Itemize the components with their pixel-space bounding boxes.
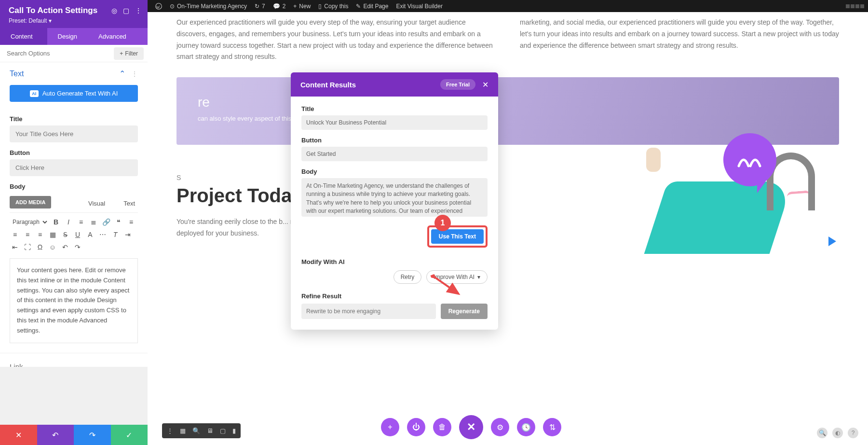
title-input[interactable] bbox=[10, 125, 138, 142]
tab-advanced[interactable]: Advanced bbox=[88, 28, 137, 45]
add-media-button[interactable]: ADD MEDIA bbox=[10, 196, 51, 209]
strike-icon[interactable]: S̶ bbox=[60, 229, 70, 240]
wp-comments[interactable]: 💬 2 bbox=[269, 3, 290, 10]
editor-visual-tab[interactable]: Visual bbox=[85, 196, 108, 211]
refine-result-label: Refine Result bbox=[301, 292, 488, 300]
undo-icon[interactable]: ↶ bbox=[60, 242, 70, 252]
table-icon[interactable]: ▦ bbox=[47, 229, 58, 240]
body-label: Body bbox=[0, 176, 148, 193]
question-icon[interactable]: ? bbox=[848, 428, 858, 438]
refine-input[interactable] bbox=[301, 304, 436, 319]
chevron-down-icon: ▾ bbox=[477, 274, 480, 280]
section-text-header[interactable]: Text ⌃⋮ bbox=[0, 62, 148, 82]
modal-title-label: Title bbox=[301, 105, 488, 112]
speech-bubble-icon bbox=[723, 133, 776, 186]
free-trial-badge[interactable]: Free Trial bbox=[440, 79, 475, 90]
fullscreen-icon[interactable]: ⛶ bbox=[22, 242, 33, 252]
settings-fab[interactable]: ⚙ bbox=[491, 418, 509, 436]
more-vertical-icon[interactable]: ⋮ bbox=[167, 427, 173, 434]
ul-icon[interactable]: ≡ bbox=[76, 217, 86, 227]
align-justify-icon[interactable]: ≡ bbox=[35, 229, 45, 240]
modal-body-textarea[interactable] bbox=[301, 178, 488, 217]
help-icon[interactable]: 🔍 bbox=[817, 428, 827, 438]
align-right-icon[interactable]: ≡ bbox=[22, 229, 33, 240]
more-icon[interactable]: ⋮ bbox=[135, 7, 142, 14]
improve-with-ai-button[interactable]: Improve With AI ▾ bbox=[426, 270, 488, 284]
wp-edit-page[interactable]: ✎ Edit Page bbox=[352, 3, 392, 10]
modify-with-ai-label: Modify With AI bbox=[301, 258, 488, 265]
step-badge: 1 bbox=[434, 215, 451, 231]
chevron-up-icon[interactable]: ⌃ bbox=[119, 69, 125, 78]
italic-icon[interactable]: I bbox=[63, 217, 74, 227]
quote-icon[interactable]: ❝ bbox=[113, 217, 124, 227]
phone-icon[interactable]: ▮ bbox=[232, 427, 236, 434]
modal-title-input[interactable] bbox=[301, 115, 488, 130]
tab-content[interactable]: Content bbox=[0, 28, 47, 45]
floating-action-bar: + ⏻ 🗑 ✕ ⚙ 🕓 ⇅ bbox=[381, 415, 561, 439]
discard-button[interactable]: ✕ bbox=[0, 425, 37, 445]
bold-icon[interactable]: B bbox=[51, 217, 61, 227]
regenerate-button[interactable]: Regenerate bbox=[441, 304, 488, 319]
history-fab[interactable]: 🕓 bbox=[517, 418, 535, 436]
filter-button[interactable]: + Filter bbox=[114, 47, 144, 60]
redo-icon[interactable]: ↷ bbox=[72, 242, 83, 252]
wp-new[interactable]: + New bbox=[289, 3, 314, 10]
save-button[interactable]: ✓ bbox=[111, 425, 148, 445]
wp-logo[interactable] bbox=[151, 3, 166, 10]
use-this-text-button[interactable]: Use This Text bbox=[431, 229, 484, 244]
wp-exit-vb[interactable]: Exit Visual Builder bbox=[392, 3, 447, 10]
wp-copy[interactable]: ▯ Copy this bbox=[314, 3, 352, 10]
retry-button[interactable]: Retry bbox=[393, 270, 422, 284]
editor-toolbar: Paragraph B I ≡ ≣ 🔗 ❝ ≡ ≡ ≡ ≡ ▦ S̶ U A ⋯… bbox=[10, 212, 138, 252]
section-link[interactable]: Link⌄ bbox=[0, 353, 148, 367]
omega-icon[interactable]: Ω bbox=[35, 242, 45, 252]
close-icon[interactable]: ✕ bbox=[482, 80, 488, 89]
underline-icon[interactable]: U bbox=[72, 229, 83, 240]
clear-icon[interactable]: T bbox=[110, 229, 121, 240]
align-center-icon[interactable]: ≡ bbox=[10, 229, 20, 240]
modal-button-input[interactable] bbox=[301, 147, 488, 161]
sidebar-footer: ✕ ↶ ↷ ✓ bbox=[0, 425, 148, 445]
preset-selector[interactable]: Preset: Default ▾ bbox=[9, 17, 139, 24]
body-editor[interactable]: Your content goes here. Edit or remove t… bbox=[10, 258, 138, 343]
trash-fab[interactable]: 🗑 bbox=[433, 418, 451, 436]
chat-icon[interactable]: ◐ bbox=[832, 428, 843, 438]
use-text-highlight: Use This Text bbox=[427, 225, 488, 248]
wp-refresh[interactable]: ↻ 7 bbox=[251, 3, 269, 10]
link-icon[interactable]: 🔗 bbox=[101, 217, 111, 227]
tab-design[interactable]: Design bbox=[47, 28, 88, 45]
more-toolbar-icon[interactable]: ⋯ bbox=[97, 229, 108, 240]
section-more-icon[interactable]: ⋮ bbox=[131, 70, 138, 78]
color-icon[interactable]: A bbox=[85, 229, 95, 240]
editor-text-tab[interactable]: Text bbox=[121, 196, 138, 211]
modal-body-label: Body bbox=[301, 168, 488, 175]
align-left-icon[interactable]: ≡ bbox=[126, 217, 136, 227]
expand-icon[interactable]: ▢ bbox=[123, 7, 129, 14]
ol-icon[interactable]: ≣ bbox=[88, 217, 99, 227]
indent-icon[interactable]: ⇥ bbox=[122, 229, 133, 240]
emoji-icon[interactable]: ☺ bbox=[47, 242, 58, 252]
close-fab[interactable]: ✕ bbox=[459, 415, 483, 439]
title-label: Title bbox=[0, 109, 148, 125]
responsive-icon[interactable]: ◎ bbox=[111, 7, 117, 14]
desktop-icon[interactable]: 🖥 bbox=[207, 427, 213, 434]
settings-tabs: Content Design Advanced bbox=[0, 28, 148, 45]
undo-button[interactable]: ↶ bbox=[37, 425, 74, 445]
auto-generate-ai-button[interactable]: AI Auto Generate Text With AI bbox=[10, 85, 138, 102]
outdent-icon[interactable]: ⇤ bbox=[10, 242, 20, 252]
chevron-down-icon: ⌄ bbox=[132, 362, 138, 367]
wireframe-icon[interactable]: ▦ bbox=[180, 427, 186, 434]
zoom-icon[interactable]: 🔍 bbox=[192, 427, 200, 434]
bottom-right-icons: 🔍 ◐ ? bbox=[817, 428, 858, 438]
paragraph-select[interactable]: Paragraph bbox=[10, 217, 49, 227]
add-fab[interactable]: + bbox=[381, 418, 399, 436]
power-fab[interactable]: ⏻ bbox=[407, 418, 425, 436]
wp-user-avatar[interactable] bbox=[846, 4, 864, 8]
button-input[interactable] bbox=[10, 159, 138, 176]
triangle-icon bbox=[828, 236, 836, 246]
tablet-icon[interactable]: ▢ bbox=[220, 427, 226, 434]
wp-site-name[interactable]: ⊙ On-Time Marketing Agency bbox=[166, 3, 251, 10]
search-input[interactable] bbox=[0, 45, 114, 62]
sort-fab[interactable]: ⇅ bbox=[543, 418, 561, 436]
redo-button[interactable]: ↷ bbox=[74, 425, 111, 445]
